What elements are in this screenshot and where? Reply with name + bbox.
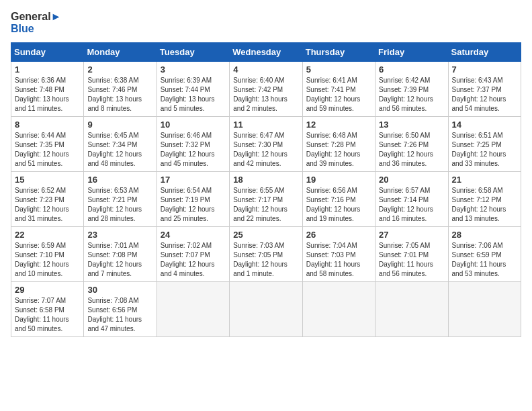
- calendar-cell: 22Sunrise: 6:59 AMSunset: 7:10 PMDayligh…: [11, 227, 84, 282]
- logo: General► Blue: [11, 11, 61, 34]
- calendar-cell: [157, 282, 229, 337]
- calendar-cell: 8Sunrise: 6:44 AMSunset: 7:35 PMDaylight…: [11, 117, 84, 172]
- cell-content: Sunrise: 7:05 AMSunset: 7:01 PMDaylight:…: [379, 242, 433, 277]
- day-number: 17: [161, 175, 226, 185]
- cell-content: Sunrise: 6:36 AMSunset: 7:48 PMDaylight:…: [15, 77, 69, 112]
- calendar-cell: 10Sunrise: 6:46 AMSunset: 7:32 PMDayligh…: [157, 117, 229, 172]
- day-number: 3: [161, 64, 226, 75]
- calendar-cell: 14Sunrise: 6:51 AMSunset: 7:25 PMDayligh…: [448, 117, 521, 172]
- day-number: 10: [161, 120, 226, 130]
- day-number: 8: [15, 120, 80, 130]
- day-number: 6: [379, 64, 444, 75]
- cell-content: Sunrise: 6:57 AMSunset: 7:14 PMDaylight:…: [379, 187, 433, 222]
- day-number: 18: [233, 175, 298, 185]
- cell-content: Sunrise: 6:38 AMSunset: 7:46 PMDaylight:…: [87, 77, 142, 112]
- day-number: 22: [15, 230, 80, 240]
- week-row-3: 15Sunrise: 6:52 AMSunset: 7:23 PMDayligh…: [11, 172, 521, 227]
- cell-content: Sunrise: 6:51 AMSunset: 7:25 PMDaylight:…: [452, 132, 506, 167]
- day-number: 24: [161, 230, 226, 240]
- calendar-cell: 28Sunrise: 7:06 AMSunset: 6:59 PMDayligh…: [448, 227, 521, 282]
- day-number: 27: [379, 230, 444, 240]
- week-row-5: 29Sunrise: 7:07 AMSunset: 6:58 PMDayligh…: [11, 282, 521, 337]
- calendar-cell: [448, 282, 521, 337]
- calendar-cell: 21Sunrise: 6:58 AMSunset: 7:12 PMDayligh…: [448, 172, 521, 227]
- calendar-cell: [375, 282, 448, 337]
- cell-content: Sunrise: 6:41 AMSunset: 7:41 PMDaylight:…: [306, 77, 361, 112]
- day-number: 13: [379, 120, 444, 130]
- calendar-cell: 26Sunrise: 7:04 AMSunset: 7:03 PMDayligh…: [302, 227, 375, 282]
- logo-container: General► Blue: [11, 11, 61, 34]
- calendar-cell: 3Sunrise: 6:39 AMSunset: 7:44 PMDaylight…: [157, 62, 229, 117]
- page-header: General► Blue: [11, 11, 521, 34]
- day-number: 5: [306, 64, 371, 75]
- calendar-cell: 24Sunrise: 7:02 AMSunset: 7:07 PMDayligh…: [157, 227, 229, 282]
- calendar-cell: 12Sunrise: 6:48 AMSunset: 7:28 PMDayligh…: [302, 117, 375, 172]
- cell-content: Sunrise: 6:56 AMSunset: 7:16 PMDaylight:…: [306, 187, 361, 222]
- day-number: 15: [15, 175, 80, 185]
- calendar-cell: 13Sunrise: 6:50 AMSunset: 7:26 PMDayligh…: [375, 117, 448, 172]
- col-header-sunday: Sunday: [11, 43, 84, 62]
- day-number: 14: [452, 120, 517, 130]
- col-header-saturday: Saturday: [448, 43, 521, 62]
- cell-content: Sunrise: 6:52 AMSunset: 7:23 PMDaylight:…: [15, 187, 69, 222]
- calendar-cell: 27Sunrise: 7:05 AMSunset: 7:01 PMDayligh…: [375, 227, 448, 282]
- calendar-cell: [302, 282, 375, 337]
- day-number: 21: [452, 175, 517, 185]
- day-number: 12: [306, 120, 371, 130]
- cell-content: Sunrise: 6:46 AMSunset: 7:32 PMDaylight:…: [161, 132, 215, 167]
- logo-general: General►: [11, 11, 61, 23]
- cell-content: Sunrise: 7:08 AMSunset: 6:56 PMDaylight:…: [87, 297, 142, 332]
- day-number: 9: [87, 120, 152, 130]
- day-number: 4: [233, 64, 298, 75]
- calendar-cell: 25Sunrise: 7:03 AMSunset: 7:05 PMDayligh…: [230, 227, 302, 282]
- calendar-cell: [230, 282, 302, 337]
- cell-content: Sunrise: 6:47 AMSunset: 7:30 PMDaylight:…: [233, 132, 287, 167]
- calendar-cell: 4Sunrise: 6:40 AMSunset: 7:42 PMDaylight…: [230, 62, 302, 117]
- cell-content: Sunrise: 6:53 AMSunset: 7:21 PMDaylight:…: [87, 187, 142, 222]
- day-number: 19: [306, 175, 371, 185]
- day-number: 2: [87, 64, 152, 75]
- cell-content: Sunrise: 6:40 AMSunset: 7:42 PMDaylight:…: [233, 77, 287, 112]
- cell-content: Sunrise: 7:06 AMSunset: 6:59 PMDaylight:…: [452, 242, 506, 277]
- cell-content: Sunrise: 6:50 AMSunset: 7:26 PMDaylight:…: [379, 132, 433, 167]
- calendar-cell: 11Sunrise: 6:47 AMSunset: 7:30 PMDayligh…: [230, 117, 302, 172]
- cell-content: Sunrise: 7:04 AMSunset: 7:03 PMDaylight:…: [306, 242, 361, 277]
- col-header-thursday: Thursday: [302, 43, 375, 62]
- cell-content: Sunrise: 6:59 AMSunset: 7:10 PMDaylight:…: [15, 242, 69, 277]
- col-header-friday: Friday: [375, 43, 448, 62]
- cell-content: Sunrise: 6:44 AMSunset: 7:35 PMDaylight:…: [15, 132, 69, 167]
- col-header-monday: Monday: [84, 43, 157, 62]
- day-number: 1: [15, 64, 80, 75]
- cell-content: Sunrise: 7:01 AMSunset: 7:08 PMDaylight:…: [87, 242, 142, 277]
- calendar-cell: 2Sunrise: 6:38 AMSunset: 7:46 PMDaylight…: [84, 62, 157, 117]
- day-number: 30: [87, 285, 152, 295]
- calendar-cell: 16Sunrise: 6:53 AMSunset: 7:21 PMDayligh…: [84, 172, 157, 227]
- cell-content: Sunrise: 7:02 AMSunset: 7:07 PMDaylight:…: [161, 242, 215, 277]
- day-number: 11: [233, 120, 298, 130]
- col-header-wednesday: Wednesday: [230, 43, 302, 62]
- calendar-cell: 7Sunrise: 6:43 AMSunset: 7:37 PMDaylight…: [448, 62, 521, 117]
- cell-content: Sunrise: 6:43 AMSunset: 7:37 PMDaylight:…: [452, 77, 506, 112]
- calendar-cell: 30Sunrise: 7:08 AMSunset: 6:56 PMDayligh…: [84, 282, 157, 337]
- day-number: 7: [452, 64, 517, 75]
- day-number: 23: [87, 230, 152, 240]
- day-number: 28: [452, 230, 517, 240]
- col-header-tuesday: Tuesday: [157, 43, 229, 62]
- cell-content: Sunrise: 6:45 AMSunset: 7:34 PMDaylight:…: [87, 132, 142, 167]
- day-number: 16: [87, 175, 152, 185]
- cell-content: Sunrise: 7:07 AMSunset: 6:58 PMDaylight:…: [15, 297, 69, 332]
- week-row-4: 22Sunrise: 6:59 AMSunset: 7:10 PMDayligh…: [11, 227, 521, 282]
- cell-content: Sunrise: 6:48 AMSunset: 7:28 PMDaylight:…: [306, 132, 361, 167]
- cell-content: Sunrise: 7:03 AMSunset: 7:05 PMDaylight:…: [233, 242, 287, 277]
- cell-content: Sunrise: 6:58 AMSunset: 7:12 PMDaylight:…: [452, 187, 506, 222]
- calendar-cell: 19Sunrise: 6:56 AMSunset: 7:16 PMDayligh…: [302, 172, 375, 227]
- day-number: 25: [233, 230, 298, 240]
- day-number: 29: [15, 285, 80, 295]
- calendar-cell: 29Sunrise: 7:07 AMSunset: 6:58 PMDayligh…: [11, 282, 84, 337]
- calendar-cell: 9Sunrise: 6:45 AMSunset: 7:34 PMDaylight…: [84, 117, 157, 172]
- calendar-cell: 5Sunrise: 6:41 AMSunset: 7:41 PMDaylight…: [302, 62, 375, 117]
- calendar-cell: 1Sunrise: 6:36 AMSunset: 7:48 PMDaylight…: [11, 62, 84, 117]
- calendar-cell: 15Sunrise: 6:52 AMSunset: 7:23 PMDayligh…: [11, 172, 84, 227]
- logo-blue: Blue: [11, 23, 61, 35]
- header-row: SundayMondayTuesdayWednesdayThursdayFrid…: [11, 43, 521, 62]
